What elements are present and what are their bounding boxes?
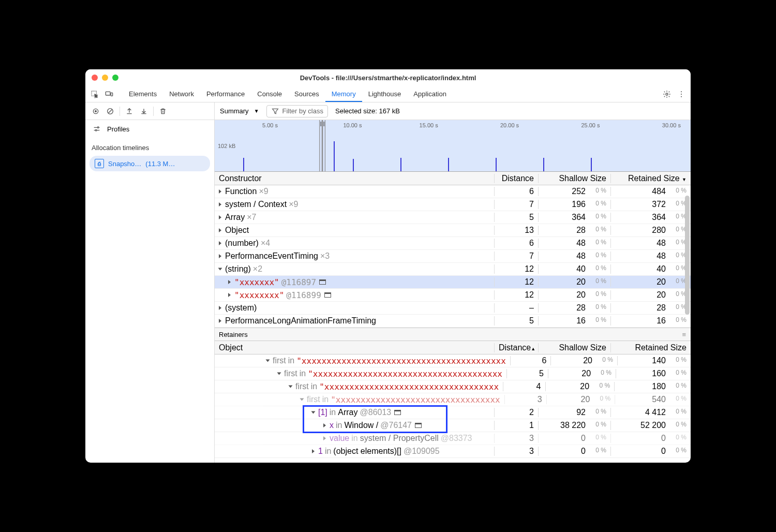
tab-network[interactable]: Network bbox=[163, 87, 200, 101]
col-distance[interactable]: Distance bbox=[494, 174, 538, 183]
sidebar-toolbar bbox=[85, 102, 214, 120]
col-distance-r[interactable]: Distance▲ bbox=[494, 343, 538, 352]
table-row[interactable]: Array ×753640 %3640 % bbox=[215, 211, 691, 224]
timeline-bar bbox=[400, 158, 401, 171]
timeline-tick: 10.00 s bbox=[343, 122, 362, 128]
svg-point-10 bbox=[97, 127, 99, 128]
record-icon[interactable] bbox=[91, 106, 101, 116]
timeline-bar bbox=[334, 141, 335, 171]
table-row[interactable]: (number) ×46480 %480 % bbox=[215, 237, 691, 250]
retainer-row[interactable]: first in "xxxxxxxxxxxxxxxxxxxxxxxxxxxxxx… bbox=[215, 367, 691, 380]
col-shallow-size[interactable]: Shallow Size bbox=[538, 174, 610, 183]
timeline-ylabel: 102 kB bbox=[218, 143, 235, 149]
main-tabs: ElementsNetworkPerformanceConsoleSources… bbox=[85, 86, 691, 102]
col-retained-size[interactable]: Retained Size ▼ bbox=[610, 174, 691, 183]
window-title: DevTools - file:///Users/stmarthe/x-repl… bbox=[85, 74, 691, 82]
snapshot-name: Snapsho… bbox=[108, 160, 141, 168]
main-panel: Summary▼ Filter by class Selected size: … bbox=[215, 102, 691, 463]
tab-performance[interactable]: Performance bbox=[200, 87, 251, 101]
svg-rect-2 bbox=[111, 93, 112, 96]
table-row[interactable]: "xxxxxxxx" @11689912200 %200 % bbox=[215, 289, 691, 302]
window-icon bbox=[415, 423, 422, 428]
clear-icon[interactable] bbox=[105, 106, 115, 116]
timeline-tick: 20.00 s bbox=[500, 122, 519, 128]
tab-lighthouse[interactable]: Lighthouse bbox=[362, 87, 408, 101]
table-row[interactable]: (string) ×212400 %400 % bbox=[215, 263, 691, 276]
table-row[interactable]: (system)–280 %280 % bbox=[215, 302, 691, 315]
svg-point-8 bbox=[95, 110, 97, 112]
timeline-bar bbox=[496, 158, 497, 171]
timeline-tick: 5.00 s bbox=[262, 122, 278, 128]
retainer-row[interactable]: first in "xxxxxxxxxxxxxxxxxxxxxxxxxxxxxx… bbox=[215, 354, 691, 367]
timeline-selection-handles[interactable]: ‖‖ bbox=[319, 120, 325, 171]
svg-point-4 bbox=[681, 91, 682, 92]
tab-console[interactable]: Console bbox=[251, 87, 288, 101]
profiles-header: Profiles bbox=[85, 120, 214, 138]
retainer-row[interactable]: first in "xxxxxxxxxxxxxxxxxxxxxxxxxxxxxx… bbox=[215, 380, 691, 393]
table-row[interactable]: system / Context ×971960 %3720 % bbox=[215, 198, 691, 211]
retainer-row[interactable]: value in system / PropertyCell @83373300… bbox=[215, 432, 691, 445]
retainers-menu-icon[interactable]: ≡ bbox=[682, 331, 687, 338]
table-row[interactable]: PerformanceEventTiming ×37480 %480 % bbox=[215, 250, 691, 263]
titlebar: DevTools - file:///Users/stmarthe/x-repl… bbox=[85, 69, 691, 86]
timeline-bar bbox=[543, 158, 544, 171]
retainer-row[interactable]: x in Window / @76147138 2200 %52 2000 % bbox=[215, 419, 691, 432]
retainer-row[interactable]: [1] in Array @860132920 %4 4120 % bbox=[215, 406, 691, 419]
timeline-bar bbox=[448, 158, 449, 171]
col-object[interactable]: Object bbox=[215, 343, 494, 352]
memory-toolbar: Summary▼ Filter by class Selected size: … bbox=[215, 102, 691, 120]
timeline-tick: 25.00 s bbox=[581, 122, 600, 128]
filter-icon bbox=[271, 107, 279, 115]
svg-point-11 bbox=[95, 129, 97, 131]
scrollbar[interactable] bbox=[685, 196, 690, 315]
snapshot-size: (11.3 M… bbox=[145, 160, 175, 168]
retainers-header: Object Distance▲ Shallow Size Retained S… bbox=[215, 341, 691, 354]
tab-application[interactable]: Application bbox=[407, 87, 453, 101]
tab-memory[interactable]: Memory bbox=[325, 87, 362, 102]
device-icon[interactable] bbox=[104, 89, 114, 99]
table-row[interactable]: "xxxxxxx" @11689712200 %200 % bbox=[215, 276, 691, 289]
timeline-tick: 30.00 s bbox=[662, 122, 681, 128]
filter-input[interactable]: Filter by class bbox=[266, 105, 328, 117]
section-allocation-timelines: Allocation timelines bbox=[85, 138, 214, 156]
profiles-label: Profiles bbox=[107, 125, 129, 133]
window-icon bbox=[319, 279, 326, 285]
svg-point-3 bbox=[666, 93, 668, 95]
download-icon[interactable] bbox=[139, 106, 149, 116]
sidebar: Profiles Allocation timelines ⎙ Snapsho…… bbox=[85, 102, 215, 463]
timeline-bar bbox=[243, 158, 244, 171]
timeline-bar bbox=[591, 158, 592, 171]
inspect-icon[interactable] bbox=[89, 89, 100, 99]
selected-size: Selected size: 167 kB bbox=[335, 107, 400, 115]
retainers-section-header: Retainers ≡ bbox=[215, 328, 691, 341]
col-constructor[interactable]: Constructor bbox=[215, 174, 494, 183]
gear-icon[interactable] bbox=[662, 89, 672, 99]
tab-elements[interactable]: Elements bbox=[123, 87, 163, 101]
table-row[interactable]: Function ×962520 %4840 % bbox=[215, 185, 691, 198]
constructors-header: Constructor Distance Shallow Size Retain… bbox=[215, 172, 691, 185]
svg-point-6 bbox=[681, 96, 682, 97]
timeline-bar bbox=[353, 159, 354, 171]
timeline[interactable]: 5.00 s10.00 s15.00 s20.00 s25.00 s30.00 … bbox=[215, 120, 691, 172]
table-row[interactable]: PerformanceLongAnimationFrameTiming5160 … bbox=[215, 315, 691, 328]
tab-sources[interactable]: Sources bbox=[288, 87, 325, 101]
window-icon bbox=[324, 292, 331, 298]
svg-rect-1 bbox=[106, 92, 110, 95]
col-retained-r[interactable]: Retained Size bbox=[610, 343, 691, 352]
svg-point-5 bbox=[681, 94, 682, 95]
table-row[interactable]: Object13280 %2800 % bbox=[215, 224, 691, 237]
sliders-icon[interactable] bbox=[92, 124, 102, 134]
window-icon bbox=[394, 410, 401, 415]
snapshot-item[interactable]: ⎙ Snapsho… (11.3 M… bbox=[89, 156, 210, 171]
filter-placeholder: Filter by class bbox=[282, 107, 323, 115]
snapshot-icon: ⎙ bbox=[95, 159, 104, 168]
retainer-row[interactable]: first in "xxxxxxxxxxxxxxxxxxxxxxxxxxxxxx… bbox=[215, 393, 691, 406]
devtools-window: DevTools - file:///Users/stmarthe/x-repl… bbox=[85, 69, 691, 463]
summary-dropdown[interactable]: Summary▼ bbox=[220, 107, 259, 115]
upload-icon[interactable] bbox=[124, 106, 135, 116]
more-icon[interactable] bbox=[676, 89, 687, 99]
retainer-row[interactable]: 1 in (object elements)[] @109095300 %00 … bbox=[215, 445, 691, 458]
col-shallow-r[interactable]: Shallow Size bbox=[538, 343, 610, 352]
timeline-tick: 15.00 s bbox=[420, 122, 438, 128]
trash-icon[interactable] bbox=[158, 106, 168, 116]
